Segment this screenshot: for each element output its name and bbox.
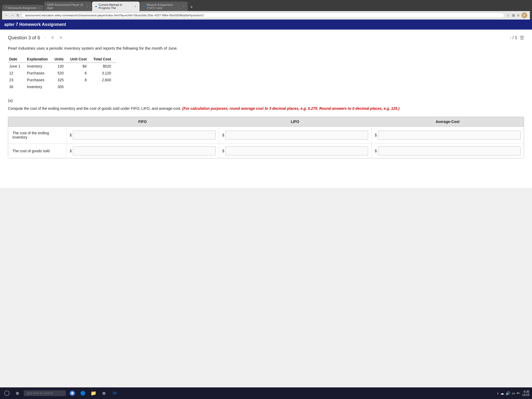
part-label: (a) (8, 98, 524, 103)
question-nav: Question 3 of 6 · < > (8, 35, 64, 41)
browser-toolbar-icons: ☆ ⊞ ≡ P (506, 12, 527, 18)
tab-homework[interactable]: 7 Homework Assignmen ✕ (2, 5, 44, 11)
app-title: apter 7 Homework Assignment (4, 22, 66, 27)
cell-total-cost: $520 (92, 63, 116, 70)
tab-label: Mework Assignment 0.5471 Uest (147, 3, 181, 10)
cell-total-cost: 3,120 (92, 70, 116, 77)
tab-close-icon[interactable]: ✕ (38, 7, 40, 10)
cell-unit-cost (69, 83, 92, 90)
tab-close-icon[interactable]: ✕ (86, 5, 88, 8)
prev-question-button[interactable]: · (43, 35, 47, 41)
fifo-cogs-input[interactable] (73, 146, 216, 155)
answer-col-lifo: LIFO (219, 117, 371, 126)
cell-date: 30 (8, 83, 26, 90)
col-header-explanation: Explanation (26, 56, 53, 63)
cell-explanation: Inventory (26, 83, 53, 90)
next-question-button[interactable]: > (58, 35, 64, 41)
instruction-highlight: (For calculation purposes, round average… (182, 106, 400, 111)
tab-bar: 7 Homework Assignmen ✕ NWP Assessment Pl… (2, 2, 530, 11)
answer-col-label (8, 117, 66, 126)
avg-ending-inventory-input[interactable] (378, 131, 521, 140)
refresh-icon[interactable]: ↻ (16, 13, 20, 17)
avg-ending-inventory-cell: $ (371, 127, 524, 144)
question-description: Pearl Industries uses a periodic invento… (8, 46, 524, 50)
inventory-table: Date Explanation Units Unit Cost Total C… (8, 56, 116, 90)
answer-row-ending-inventory: The cost of the ending inventory $ $ $ (8, 127, 524, 144)
back-question-button[interactable]: < (50, 35, 55, 41)
cell-units: 325 (53, 77, 69, 83)
dollar-sign-avg-cogs: $ (375, 149, 377, 153)
dollar-sign-avg-ei: $ (375, 133, 377, 137)
cell-explanation: Purchases (26, 77, 53, 83)
question-header: Question 3 of 6 · < > - / 1 ☰ (8, 35, 524, 41)
dollar-sign-lifo-ei: $ (222, 133, 224, 137)
new-tab-button[interactable]: + (188, 3, 195, 11)
score-value: - / 1 (510, 35, 517, 40)
fifo-ending-inventory-input[interactable] (73, 131, 216, 140)
score-display: - / 1 ☰ (510, 35, 524, 41)
address-bar: ← → ↻ assessment.education.wiley.com/was… (2, 11, 530, 20)
answer-col-fifo: FIFO (66, 117, 219, 126)
back-icon[interactable]: ← (5, 13, 8, 17)
profile-icon: P (521, 12, 527, 18)
lifo-cogs-input[interactable] (225, 146, 368, 155)
cell-unit-cost: $4 (69, 63, 92, 70)
lifo-cogs-cell: $ (219, 144, 371, 158)
list-view-icon[interactable]: ☰ (520, 35, 524, 41)
answer-header-row: FIFO LIFO Average-Cost (8, 117, 524, 127)
tab-label: NWP Assessment Player UI Appl (47, 3, 85, 10)
app-header: apter 7 Homework Assignment (0, 20, 532, 30)
tab-label: Current Attempt In Progress The (99, 3, 133, 10)
table-row: June 1 Inventory 130 $4 $520 (8, 63, 116, 70)
bookmark-icon[interactable]: ☆ (506, 13, 510, 17)
answer-row-cogs: The cost of goods sold $ $ $ (8, 144, 524, 158)
cell-units: 305 (53, 83, 69, 90)
fifo-cogs-cell: $ (66, 144, 219, 158)
answer-col-avg: Average-Cost (371, 117, 524, 126)
avg-cogs-input[interactable] (378, 146, 521, 155)
cogs-label: The cost of goods sold (8, 144, 66, 158)
cell-total-cost: 2,600 (92, 77, 116, 83)
cell-explanation: Inventory (26, 63, 53, 70)
tab-close-icon[interactable]: ✕ (134, 5, 136, 8)
fifo-ending-inventory-cell: $ (66, 127, 219, 144)
cell-date: 23 (8, 77, 26, 83)
browser-chrome: 7 Homework Assignmen ✕ NWP Assessment Pl… (0, 0, 532, 20)
tab-favicon-icon: ● (143, 4, 145, 8)
main-content: Question 3 of 6 · < > - / 1 ☰ Pearl Indu… (0, 30, 532, 188)
lifo-ending-inventory-input[interactable] (225, 131, 368, 140)
dollar-sign-fifo-ei: $ (70, 133, 72, 137)
cell-total-cost (92, 83, 116, 90)
question-label: Question 3 of 6 (8, 35, 40, 41)
avg-cogs-cell: $ (371, 144, 524, 158)
tab-label: 7 Homework Assignmen (5, 6, 37, 10)
col-header-date: Date (8, 56, 26, 63)
cell-unit-cost: 6 (69, 70, 92, 77)
tab-favicon-icon: ● (95, 4, 97, 8)
cell-explanation: Purchases (26, 70, 53, 77)
lifo-ending-inventory-cell: $ (219, 127, 371, 144)
forward-icon[interactable]: → (11, 13, 14, 17)
address-field[interactable]: assessment.education.wiley.com/was/ui/v2… (22, 13, 504, 18)
table-row: 12 Purchases 520 6 3,120 (8, 70, 116, 77)
menu-icon[interactable]: ≡ (517, 13, 519, 17)
tab-close-icon[interactable]: ✕ (182, 5, 184, 8)
dollar-sign-fifo-cogs: $ (70, 149, 72, 153)
table-row: 30 Inventory 305 (8, 83, 116, 90)
tab-nwp[interactable]: NWP Assessment Player UI Appl ✕ (44, 2, 92, 11)
table-row: 23 Purchases 325 8 2,600 (8, 77, 116, 83)
cell-unit-cost: 8 (69, 77, 92, 83)
extensions-icon[interactable]: ⊞ (512, 13, 515, 17)
col-header-units: Units (53, 56, 69, 63)
col-header-total-cost: Total Cost (92, 56, 116, 63)
cell-units: 130 (53, 63, 69, 70)
cell-date: June 1 (8, 63, 26, 70)
cell-units: 520 (53, 70, 69, 77)
dollar-sign-lifo-cogs: $ (222, 149, 224, 153)
tab-current-attempt[interactable]: ● Current Attempt In Progress The ✕ (92, 2, 140, 11)
ending-inventory-label: The cost of the ending inventory (8, 127, 66, 144)
cell-date: 12 (8, 70, 26, 77)
instruction-text: Compute the cost of the ending inventory… (8, 106, 524, 111)
tab-mework[interactable]: ● Mework Assignment 0.5471 Uest ✕ (140, 2, 188, 11)
answer-table: FIFO LIFO Average-Cost The cost of the e… (8, 117, 524, 158)
